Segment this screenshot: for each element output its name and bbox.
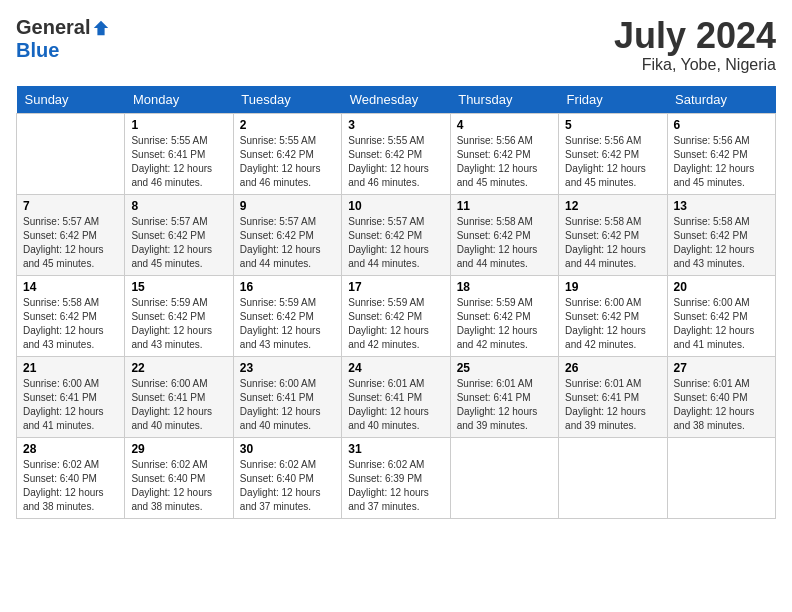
day-info: Sunrise: 6:00 AMSunset: 6:41 PMDaylight:…: [23, 377, 118, 433]
title-area: July 2024 Fika, Yobe, Nigeria: [614, 16, 776, 74]
day-cell: [667, 437, 775, 518]
day-cell: 31Sunrise: 6:02 AMSunset: 6:39 PMDayligh…: [342, 437, 450, 518]
day-number: 30: [240, 442, 335, 456]
day-cell: [559, 437, 667, 518]
day-cell: [450, 437, 558, 518]
day-number: 12: [565, 199, 660, 213]
day-header-saturday: Saturday: [667, 86, 775, 114]
day-cell: 17Sunrise: 5:59 AMSunset: 6:42 PMDayligh…: [342, 275, 450, 356]
day-info: Sunrise: 5:56 AMSunset: 6:42 PMDaylight:…: [457, 134, 552, 190]
day-header-sunday: Sunday: [17, 86, 125, 114]
day-cell: 27Sunrise: 6:01 AMSunset: 6:40 PMDayligh…: [667, 356, 775, 437]
week-row-1: 1Sunrise: 5:55 AMSunset: 6:41 PMDaylight…: [17, 113, 776, 194]
day-cell: 20Sunrise: 6:00 AMSunset: 6:42 PMDayligh…: [667, 275, 775, 356]
day-number: 5: [565, 118, 660, 132]
day-cell: 14Sunrise: 5:58 AMSunset: 6:42 PMDayligh…: [17, 275, 125, 356]
day-cell: 13Sunrise: 5:58 AMSunset: 6:42 PMDayligh…: [667, 194, 775, 275]
day-info: Sunrise: 6:00 AMSunset: 6:42 PMDaylight:…: [565, 296, 660, 352]
logo: General Blue: [16, 16, 110, 62]
day-number: 1: [131, 118, 226, 132]
day-cell: 3Sunrise: 5:55 AMSunset: 6:42 PMDaylight…: [342, 113, 450, 194]
week-row-3: 14Sunrise: 5:58 AMSunset: 6:42 PMDayligh…: [17, 275, 776, 356]
day-header-monday: Monday: [125, 86, 233, 114]
month-title: July 2024: [614, 16, 776, 56]
day-info: Sunrise: 6:01 AMSunset: 6:41 PMDaylight:…: [565, 377, 660, 433]
day-info: Sunrise: 5:55 AMSunset: 6:41 PMDaylight:…: [131, 134, 226, 190]
day-number: 6: [674, 118, 769, 132]
day-header-friday: Friday: [559, 86, 667, 114]
day-info: Sunrise: 6:02 AMSunset: 6:40 PMDaylight:…: [131, 458, 226, 514]
day-cell: 1Sunrise: 5:55 AMSunset: 6:41 PMDaylight…: [125, 113, 233, 194]
day-number: 16: [240, 280, 335, 294]
day-number: 15: [131, 280, 226, 294]
day-info: Sunrise: 5:55 AMSunset: 6:42 PMDaylight:…: [240, 134, 335, 190]
day-number: 10: [348, 199, 443, 213]
day-info: Sunrise: 5:59 AMSunset: 6:42 PMDaylight:…: [348, 296, 443, 352]
day-number: 8: [131, 199, 226, 213]
day-number: 24: [348, 361, 443, 375]
day-info: Sunrise: 5:57 AMSunset: 6:42 PMDaylight:…: [348, 215, 443, 271]
day-number: 21: [23, 361, 118, 375]
week-row-5: 28Sunrise: 6:02 AMSunset: 6:40 PMDayligh…: [17, 437, 776, 518]
day-cell: 26Sunrise: 6:01 AMSunset: 6:41 PMDayligh…: [559, 356, 667, 437]
header-row: SundayMondayTuesdayWednesdayThursdayFrid…: [17, 86, 776, 114]
day-info: Sunrise: 6:00 AMSunset: 6:41 PMDaylight:…: [131, 377, 226, 433]
day-number: 28: [23, 442, 118, 456]
day-cell: 12Sunrise: 5:58 AMSunset: 6:42 PMDayligh…: [559, 194, 667, 275]
day-number: 26: [565, 361, 660, 375]
week-row-4: 21Sunrise: 6:00 AMSunset: 6:41 PMDayligh…: [17, 356, 776, 437]
day-number: 18: [457, 280, 552, 294]
day-header-thursday: Thursday: [450, 86, 558, 114]
day-cell: 11Sunrise: 5:58 AMSunset: 6:42 PMDayligh…: [450, 194, 558, 275]
day-header-wednesday: Wednesday: [342, 86, 450, 114]
day-info: Sunrise: 5:57 AMSunset: 6:42 PMDaylight:…: [240, 215, 335, 271]
day-number: 27: [674, 361, 769, 375]
day-info: Sunrise: 5:56 AMSunset: 6:42 PMDaylight:…: [565, 134, 660, 190]
day-number: 11: [457, 199, 552, 213]
day-info: Sunrise: 6:01 AMSunset: 6:41 PMDaylight:…: [457, 377, 552, 433]
day-cell: 24Sunrise: 6:01 AMSunset: 6:41 PMDayligh…: [342, 356, 450, 437]
day-cell: 15Sunrise: 5:59 AMSunset: 6:42 PMDayligh…: [125, 275, 233, 356]
day-info: Sunrise: 6:00 AMSunset: 6:42 PMDaylight:…: [674, 296, 769, 352]
calendar-table: SundayMondayTuesdayWednesdayThursdayFrid…: [16, 86, 776, 519]
week-row-2: 7Sunrise: 5:57 AMSunset: 6:42 PMDaylight…: [17, 194, 776, 275]
day-cell: 6Sunrise: 5:56 AMSunset: 6:42 PMDaylight…: [667, 113, 775, 194]
day-cell: 10Sunrise: 5:57 AMSunset: 6:42 PMDayligh…: [342, 194, 450, 275]
day-info: Sunrise: 5:58 AMSunset: 6:42 PMDaylight:…: [457, 215, 552, 271]
day-info: Sunrise: 5:55 AMSunset: 6:42 PMDaylight:…: [348, 134, 443, 190]
day-cell: 23Sunrise: 6:00 AMSunset: 6:41 PMDayligh…: [233, 356, 341, 437]
day-number: 17: [348, 280, 443, 294]
day-number: 31: [348, 442, 443, 456]
day-number: 9: [240, 199, 335, 213]
day-cell: 21Sunrise: 6:00 AMSunset: 6:41 PMDayligh…: [17, 356, 125, 437]
day-info: Sunrise: 5:57 AMSunset: 6:42 PMDaylight:…: [131, 215, 226, 271]
day-info: Sunrise: 5:56 AMSunset: 6:42 PMDaylight:…: [674, 134, 769, 190]
day-cell: 25Sunrise: 6:01 AMSunset: 6:41 PMDayligh…: [450, 356, 558, 437]
day-cell: 19Sunrise: 6:00 AMSunset: 6:42 PMDayligh…: [559, 275, 667, 356]
day-info: Sunrise: 6:02 AMSunset: 6:39 PMDaylight:…: [348, 458, 443, 514]
page-header: General Blue July 2024 Fika, Yobe, Niger…: [16, 16, 776, 74]
day-cell: 7Sunrise: 5:57 AMSunset: 6:42 PMDaylight…: [17, 194, 125, 275]
day-number: 4: [457, 118, 552, 132]
day-info: Sunrise: 5:58 AMSunset: 6:42 PMDaylight:…: [565, 215, 660, 271]
day-info: Sunrise: 5:58 AMSunset: 6:42 PMDaylight:…: [23, 296, 118, 352]
day-info: Sunrise: 5:59 AMSunset: 6:42 PMDaylight:…: [131, 296, 226, 352]
logo-icon: [92, 19, 110, 37]
day-cell: 8Sunrise: 5:57 AMSunset: 6:42 PMDaylight…: [125, 194, 233, 275]
day-number: 14: [23, 280, 118, 294]
day-info: Sunrise: 6:00 AMSunset: 6:41 PMDaylight:…: [240, 377, 335, 433]
day-number: 2: [240, 118, 335, 132]
location-title: Fika, Yobe, Nigeria: [614, 56, 776, 74]
day-number: 7: [23, 199, 118, 213]
day-cell: 16Sunrise: 5:59 AMSunset: 6:42 PMDayligh…: [233, 275, 341, 356]
day-info: Sunrise: 6:01 AMSunset: 6:41 PMDaylight:…: [348, 377, 443, 433]
day-info: Sunrise: 5:59 AMSunset: 6:42 PMDaylight:…: [457, 296, 552, 352]
day-info: Sunrise: 6:01 AMSunset: 6:40 PMDaylight:…: [674, 377, 769, 433]
day-cell: 5Sunrise: 5:56 AMSunset: 6:42 PMDaylight…: [559, 113, 667, 194]
svg-marker-0: [94, 20, 108, 34]
logo-general-text: General: [16, 16, 90, 39]
day-info: Sunrise: 5:57 AMSunset: 6:42 PMDaylight:…: [23, 215, 118, 271]
day-number: 29: [131, 442, 226, 456]
day-cell: 28Sunrise: 6:02 AMSunset: 6:40 PMDayligh…: [17, 437, 125, 518]
day-info: Sunrise: 6:02 AMSunset: 6:40 PMDaylight:…: [240, 458, 335, 514]
